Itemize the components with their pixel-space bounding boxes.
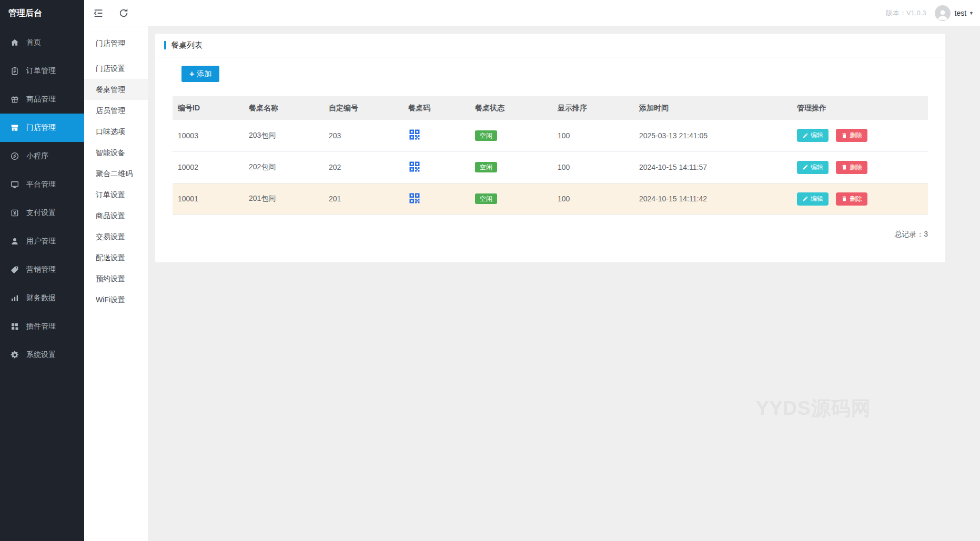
sidebar-item-platform[interactable]: 平台管理 [0, 170, 84, 199]
table-row-1: 10002 202包间 202 [173, 151, 928, 183]
submenu-item-booking-settings[interactable]: 预约设置 [84, 268, 148, 289]
user-icon [10, 237, 19, 246]
cell-time: 2025-03-13 21:41:05 [634, 120, 792, 151]
sidebar-item-users[interactable]: 用户管理 [0, 227, 84, 256]
sidebar-item-label: 平台管理 [26, 180, 56, 189]
version-label: 版本：V1.0.3 [886, 8, 926, 18]
edit-button[interactable]: 编辑 [797, 129, 829, 142]
sidebar-item-label: 首页 [26, 38, 41, 47]
trash-icon [841, 196, 847, 202]
table-header-row: 编号ID 餐桌名称 自定编号 餐桌码 餐桌状态 [173, 96, 928, 120]
cell-sort: 100 [552, 151, 634, 183]
submenu-item-store-settings[interactable]: 门店设置 [84, 58, 148, 79]
pencil-icon [802, 164, 809, 170]
cell-name: 201包间 [244, 183, 324, 215]
submenu-item-label: 配送设置 [96, 253, 125, 262]
sidebar-item-label: 小程序 [26, 151, 48, 161]
column-header: 编号ID [173, 96, 244, 120]
submenu-item-wifi-settings[interactable]: WiFi设置 [84, 289, 148, 310]
watermark: YYDS源码网 [756, 395, 871, 422]
collapse-menu-icon[interactable] [93, 7, 104, 19]
user-menu[interactable]: test ▼ [955, 9, 974, 17]
card-title-row: 餐桌列表 [155, 34, 945, 57]
platform-icon [10, 180, 19, 189]
avatar[interactable] [935, 5, 951, 21]
home-icon [10, 38, 19, 47]
sidebar-item-goods[interactable]: 商品管理 [0, 85, 84, 114]
sidebar-item-orders[interactable]: 订单管理 [0, 57, 84, 85]
submenu-item-goods-settings[interactable]: 商品设置 [84, 205, 148, 226]
sidebar-item-label: 系统设置 [26, 350, 56, 360]
add-button[interactable]: + 添加 [181, 66, 219, 82]
submenu-item-label: 聚合二维码 [96, 169, 133, 178]
tables-table: 编号ID 餐桌名称 自定编号 餐桌码 餐桌状态 [173, 96, 928, 215]
submenu-item-aggregate-qrcode[interactable]: 聚合二维码 [84, 163, 148, 184]
column-header: 餐桌名称 [244, 96, 324, 120]
sidebar-item-finance[interactable]: 财务数据 [0, 284, 84, 312]
sub-sidebar: 门店管理 门店设置 餐桌管理 店员管理 口味选项 [84, 26, 148, 541]
cell-code: 201 [324, 183, 403, 215]
cell-time: 2024-10-15 14:11:42 [634, 183, 792, 215]
submenu-item-label: 口味选项 [96, 127, 125, 136]
sidebar-item-label: 商品管理 [26, 95, 56, 104]
cell-name: 203包间 [244, 120, 324, 151]
app-title: 管理后台 [0, 0, 84, 26]
submenu-header[interactable]: 门店管理 [84, 33, 148, 54]
app-root: 管理后台 首页 订单管理 商品管理 门店 [0, 0, 980, 541]
cell-sort: 100 [552, 120, 634, 151]
edit-button[interactable]: 编辑 [797, 192, 829, 206]
pencil-icon [802, 132, 809, 139]
qr-code-icon[interactable] [408, 192, 421, 205]
submenu-item-delivery-settings[interactable]: 配送设置 [84, 247, 148, 268]
submenu-item-label: 餐桌管理 [96, 85, 125, 94]
cell-code: 203 [324, 120, 403, 151]
delete-button[interactable]: 删除 [836, 129, 867, 142]
marketing-icon [10, 265, 19, 274]
table-list-card: 餐桌列表 + 添加 [155, 34, 945, 262]
sidebar-item-marketing[interactable]: 营销管理 [0, 256, 84, 284]
submenu-item-taste-options[interactable]: 口味选项 [84, 121, 148, 142]
submenu-item-label: 预约设置 [96, 274, 125, 283]
cell-name: 202包间 [244, 151, 324, 183]
main-sidebar: 管理后台 首页 订单管理 商品管理 门店 [0, 0, 84, 541]
qr-code-icon[interactable] [408, 128, 421, 141]
plus-icon: + [189, 70, 194, 78]
submenu-item-smart-devices[interactable]: 智能设备 [84, 142, 148, 163]
finance-icon [10, 293, 19, 303]
submenu-item-label: 订单设置 [96, 190, 125, 199]
sidebar-item-miniapp[interactable]: 小程序 [0, 142, 84, 170]
topbar: 版本：V1.0.3 test ▼ [84, 0, 980, 26]
submenu-item-staff-management[interactable]: 店员管理 [84, 100, 148, 121]
refresh-icon[interactable] [118, 7, 129, 19]
submenu-item-label: 门店设置 [96, 64, 125, 73]
submenu-item-table-management[interactable]: 餐桌管理 [84, 79, 148, 100]
sidebar-item-settings[interactable]: 系统设置 [0, 341, 84, 369]
cell-time: 2024-10-15 14:11:57 [634, 151, 792, 183]
column-header: 自定编号 [324, 96, 403, 120]
edit-button[interactable]: 编辑 [797, 161, 829, 174]
column-header: 餐桌码 [403, 96, 470, 120]
trash-icon [841, 164, 847, 170]
submenu-item-label: 商品设置 [96, 211, 125, 220]
title-accent-bar [164, 41, 166, 49]
goods-icon [10, 95, 19, 104]
delete-button[interactable]: 删除 [836, 192, 867, 206]
qr-code-icon[interactable] [408, 160, 421, 173]
submenu-item-label: WiFi设置 [96, 295, 125, 304]
plugin-icon [10, 322, 19, 331]
payment-icon [10, 208, 19, 218]
submenu-item-trade-settings[interactable]: 交易设置 [84, 226, 148, 247]
sidebar-item-plugins[interactable]: 插件管理 [0, 312, 84, 341]
cell-id: 10001 [173, 183, 244, 215]
sidebar-item-home[interactable]: 首页 [0, 28, 84, 57]
delete-button[interactable]: 删除 [836, 161, 867, 174]
sidebar-item-payment[interactable]: 支付设置 [0, 199, 84, 227]
username: test [955, 9, 967, 17]
sidebar-item-store[interactable]: 门店管理 [0, 114, 84, 142]
submenu-item-label: 智能设备 [96, 148, 125, 157]
table-row-0: 10003 203包间 203 [173, 120, 928, 151]
sidebar-item-label: 门店管理 [26, 123, 56, 132]
content-area: 餐桌列表 + 添加 [148, 26, 980, 541]
submenu-item-order-settings[interactable]: 订单设置 [84, 184, 148, 205]
miniprogram-icon [10, 151, 19, 161]
